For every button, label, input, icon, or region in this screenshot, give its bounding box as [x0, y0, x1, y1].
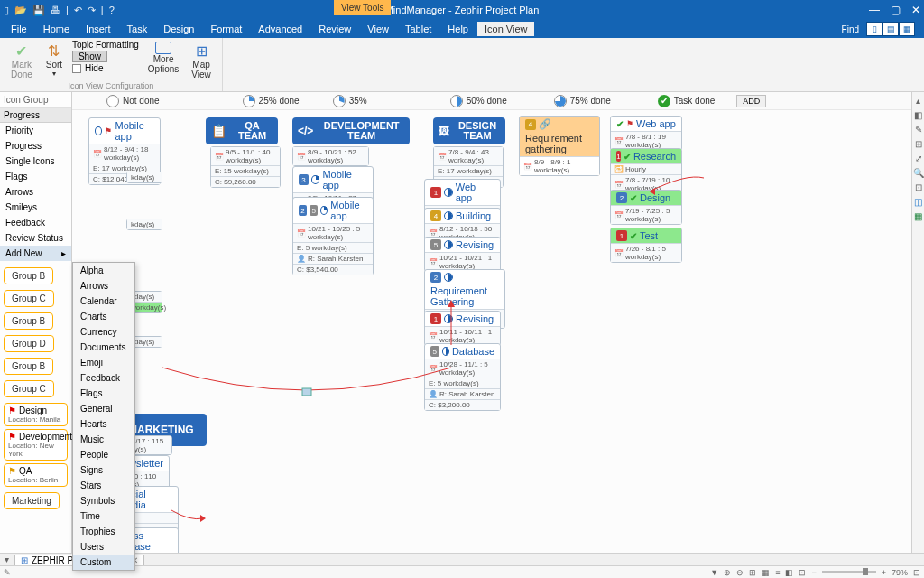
save-icon[interactable]: 💾: [32, 5, 45, 16]
canvas[interactable]: ⚑Mobile app 📅8/12 - 9/4 : 18 workday(s) …: [72, 110, 911, 553]
cat-smileys[interactable]: Smileys: [0, 200, 71, 215]
view-switch-3[interactable]: ▦: [899, 22, 915, 36]
submenu-feedback[interactable]: Feedback: [73, 370, 134, 386]
menu-advanced[interactable]: Advanced: [251, 22, 310, 36]
tab-menu-icon[interactable]: ▾: [0, 555, 13, 564]
cat-flags[interactable]: Flags: [0, 169, 71, 184]
outlook-icon[interactable]: ◫: [913, 197, 924, 208]
zoom-out-icon[interactable]: −: [811, 568, 816, 577]
close-icon[interactable]: ✕: [911, 4, 920, 16]
card-dev-team[interactable]: </>DEVELOPMENT TEAM: [292, 117, 410, 144]
card-hidden[interactable]: kday(s): [126, 172, 162, 183]
submenu-charts[interactable]: Charts: [73, 309, 134, 324]
status-icon[interactable]: ⊞: [749, 568, 756, 577]
card-qa-team[interactable]: 📋QA TEAM: [206, 117, 278, 144]
find-label[interactable]: Find: [842, 24, 859, 34]
card-dev-mobile2[interactable]: 25Mobile app 📅10/21 - 10/25 : 5 workday(…: [292, 197, 374, 275]
excel-icon[interactable]: ▦: [913, 211, 924, 222]
menu-insert[interactable]: Insert: [79, 22, 118, 36]
submenu-music[interactable]: Music: [73, 432, 134, 447]
redo-icon[interactable]: ↷: [88, 5, 96, 16]
card-dev-webapp[interactable]: 📅8/9 - 10/21 : 52 workday(s): [292, 146, 369, 166]
submenu-symbols[interactable]: Symbols: [73, 493, 134, 508]
submenu-flags[interactable]: Flags: [73, 386, 134, 401]
tool-icon[interactable]: ◧: [913, 110, 924, 121]
card-revising2[interactable]: 1Revising 📅10/11 - 10/11 : 1 workday(s): [424, 311, 501, 346]
selected-category[interactable]: Progress: [0, 108, 71, 123]
menu-view[interactable]: View: [360, 22, 396, 36]
status-icon[interactable]: ◧: [785, 568, 793, 577]
cat-priority[interactable]: Priority: [0, 123, 71, 138]
show-button[interactable]: Show: [72, 51, 107, 62]
status-icon[interactable]: ≡: [775, 568, 780, 577]
group-badge[interactable]: Group B: [4, 358, 53, 375]
group-badge[interactable]: Group C: [4, 380, 54, 397]
undo-icon[interactable]: ↶: [74, 5, 82, 16]
qa-badge[interactable]: ⚑QA Location: Berlin: [4, 463, 68, 487]
cat-review-status[interactable]: Review Status: [0, 230, 71, 246]
submenu-calendar[interactable]: Calendar: [73, 294, 134, 309]
cat-arrows[interactable]: Arrows: [0, 184, 71, 200]
add-column-button[interactable]: ADD: [736, 95, 766, 107]
development-badge[interactable]: ⚑Development Location: New York: [4, 429, 68, 461]
zoom-slider[interactable]: [822, 571, 876, 573]
menu-help[interactable]: Help: [440, 22, 476, 36]
filter-icon[interactable]: ▼: [710, 568, 718, 577]
zoom-label[interactable]: 79%: [892, 568, 908, 577]
status-icon[interactable]: ⊕: [724, 568, 731, 577]
tool-icon[interactable]: ✎: [913, 125, 924, 135]
group-badge[interactable]: Group D: [4, 335, 54, 352]
maximize-icon[interactable]: ▢: [891, 4, 901, 16]
new-icon[interactable]: ▯: [4, 5, 9, 16]
tool-icon[interactable]: ⊡: [913, 182, 924, 193]
more-options-button[interactable]: More Options: [144, 40, 182, 76]
menu-icon-view[interactable]: Icon View: [477, 22, 535, 36]
cat-feedback[interactable]: Feedback: [0, 215, 71, 230]
submenu-documents[interactable]: Documents: [73, 340, 134, 355]
group-badge[interactable]: Group B: [4, 312, 53, 330]
card-req-gathering[interactable]: 4🔗Requirement gathering 📅8/9 - 8/9 : 1 w…: [519, 116, 600, 176]
open-icon[interactable]: 📂: [14, 5, 27, 16]
hide-checkbox[interactable]: [72, 64, 81, 73]
fit-icon[interactable]: ⊡: [913, 568, 920, 577]
menu-task[interactable]: Task: [120, 22, 155, 36]
cat-progress[interactable]: Progress: [0, 138, 71, 154]
group-badge[interactable]: Group B: [4, 267, 53, 284]
design-badge[interactable]: ⚑Design Location: Manila: [4, 403, 68, 426]
tool-icon[interactable]: ⤢: [913, 154, 924, 164]
submenu-signs[interactable]: Signs: [73, 462, 134, 478]
card-hidden[interactable]: kday(s): [126, 219, 162, 230]
card-webapp-done[interactable]: ✔⚑Web app 📅7/8 - 8/1 : 19 workday(s): [610, 116, 682, 151]
status-icon[interactable]: ▦: [762, 568, 770, 577]
cat-add-new[interactable]: Add New ▸: [0, 246, 71, 261]
cat-single-icons[interactable]: Single Icons: [0, 154, 71, 169]
help-icon[interactable]: ?: [109, 5, 115, 15]
minimize-icon[interactable]: —: [869, 4, 880, 16]
submenu-general[interactable]: General: [73, 401, 134, 416]
menu-design[interactable]: Design: [156, 22, 201, 36]
zoom-in-icon[interactable]: +: [882, 568, 886, 577]
status-icon[interactable]: ⊖: [736, 568, 744, 577]
menu-tablet[interactable]: Tablet: [398, 22, 439, 36]
group-badge[interactable]: Group C: [4, 290, 54, 307]
submenu-currency[interactable]: Currency: [73, 324, 134, 340]
menu-file[interactable]: File: [4, 22, 34, 36]
card-database[interactable]: 5Database 📅10/28 - 11/1 : 5 workday(s) E…: [424, 343, 501, 411]
card-revising[interactable]: 5Revising 📅10/21 - 10/21 : 1 workday(s): [424, 237, 501, 272]
submenu-stars[interactable]: Stars: [73, 478, 134, 493]
submenu-arrows[interactable]: Arrows: [73, 278, 134, 294]
card-design-done[interactable]: 2✔Design 📅7/19 - 7/25 : 5 workday(s): [610, 190, 682, 225]
pen-icon[interactable]: ✎: [4, 568, 11, 577]
scroll-up-icon[interactable]: ▴: [913, 96, 924, 107]
card-design-team[interactable]: 🖼DESIGN TEAM: [433, 117, 505, 144]
status-icon[interactable]: ⊡: [799, 568, 806, 577]
menu-format[interactable]: Format: [203, 22, 249, 36]
submenu-trophies[interactable]: Trophies: [73, 524, 134, 539]
submenu-hearts[interactable]: Hearts: [73, 416, 134, 432]
submenu-people[interactable]: People: [73, 447, 134, 462]
submenu-custom[interactable]: Custom: [73, 555, 134, 570]
print-icon[interactable]: 🖶: [51, 5, 60, 15]
card-qa-detail[interactable]: 📅9/5 - 11/1 : 40 workday(s) E: 15 workda…: [210, 146, 281, 188]
view-switch-2[interactable]: ▤: [882, 22, 899, 36]
card-research[interactable]: 1✔Research 🔁Hourly 📅7/8 - 7/19 : 10 work…: [610, 148, 682, 194]
